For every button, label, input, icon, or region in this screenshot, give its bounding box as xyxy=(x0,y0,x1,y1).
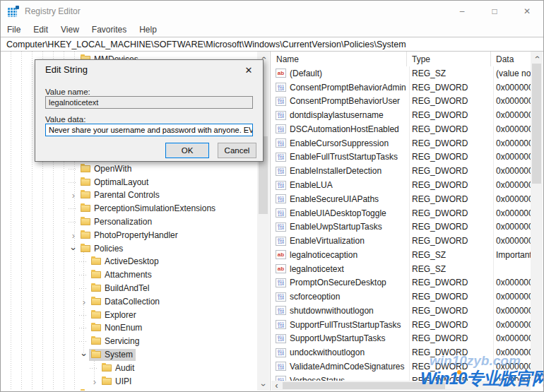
tree-node[interactable]: OptimalLayout xyxy=(78,177,151,189)
value-row-promptonsecuredesktop[interactable]: PromptOnSecureDesktopREG_DWORD0x000000 xyxy=(271,275,531,290)
value-type-cell: REG_DWORD xyxy=(407,236,491,246)
value-row-consentpromptbehavioruser[interactable]: ConsentPromptBehaviorUserREG_DWORD0x0000… xyxy=(271,95,531,109)
scroll-down-icon[interactable]: › xyxy=(257,379,269,390)
tree-item-nonenum[interactable]: NonEnum xyxy=(1,322,258,335)
value-type-cell: REG_DWORD xyxy=(407,180,491,190)
tree-node[interactable]: UIPI xyxy=(100,376,134,388)
value-type-cell: REG_DWORD xyxy=(407,194,491,204)
tree-node[interactable]: ActiveDesktop xyxy=(89,256,162,268)
folder-icon xyxy=(81,179,90,186)
tree-item-personalization[interactable]: Personalization xyxy=(1,215,258,229)
value-row-supportfulltruststartuptasks[interactable]: SupportFullTrustStartupTasksREG_DWORD0x0… xyxy=(271,318,531,332)
column-header-type[interactable]: Type xyxy=(407,52,491,66)
selected-tree-node[interactable]: System xyxy=(89,349,136,361)
value-row-enableuwpstartuptasks[interactable]: EnableUwpStartupTasksREG_DWORD0x000000 xyxy=(271,220,531,234)
menu-favorites[interactable]: Favorites xyxy=(85,23,133,36)
column-header-data[interactable]: Data xyxy=(491,52,531,66)
tree-connector-dash xyxy=(69,169,76,170)
chevron-down-icon[interactable]: › xyxy=(80,350,89,360)
tree-node[interactable]: PowerEfficiencyDiagnostics xyxy=(78,388,201,391)
value-name-cell: legalnoticetext xyxy=(271,264,407,274)
tree-connector-dash xyxy=(79,261,86,262)
menu-view[interactable]: View xyxy=(54,23,85,36)
value-row-consentpromptbehavioradmin[interactable]: ConsentPromptBehaviorAdminREG_DWORD0x000… xyxy=(271,81,531,95)
tree-item-explorer[interactable]: Explorer xyxy=(1,309,258,322)
menu-file[interactable]: File xyxy=(1,23,27,36)
value-row-enableinstallerdetection[interactable]: EnableInstallerDetectionREG_DWORD0x00000… xyxy=(271,164,531,178)
scroll-left-icon[interactable]: ‹ xyxy=(271,381,282,391)
minimize-button[interactable]: – xyxy=(446,1,478,22)
tree-node[interactable]: Attachments xyxy=(89,269,155,281)
tree-item-optimallayout[interactable]: OptimalLayout xyxy=(1,176,258,189)
tree-item-photopropertyhandler[interactable]: ›PhotoPropertyHandler xyxy=(1,229,258,242)
list-vertical-scrollbar[interactable]: › › xyxy=(531,52,543,381)
tree-node[interactable]: Policies xyxy=(78,243,126,255)
close-button[interactable]: ✕ xyxy=(511,1,543,22)
value-row-enablelua[interactable]: EnableLUAREG_DWORD0x000000 xyxy=(271,178,531,192)
value-data-field[interactable]: Never share your username and password w… xyxy=(45,124,253,136)
tree-item-powerefficiencydiagnostics[interactable]: PowerEfficiencyDiagnostics xyxy=(1,388,258,391)
tree-node[interactable]: OpenWith xyxy=(78,163,134,175)
tree-node[interactable]: NonEnum xyxy=(89,322,145,334)
chevron-down-icon[interactable]: › xyxy=(69,244,78,254)
value-name-text: legalnoticetext xyxy=(290,264,344,274)
tree-node[interactable]: Personalization xyxy=(78,216,155,228)
tree-node[interactable]: PerceptionSimulationExtensions xyxy=(78,203,218,215)
tree-node[interactable]: Audit xyxy=(100,362,137,374)
menu-help[interactable]: Help xyxy=(133,23,163,36)
reg-dword-binary-icon xyxy=(276,320,286,329)
tree-item-label: PowerEfficiencyDiagnostics xyxy=(94,389,198,391)
value-row--default-[interactable]: (Default)REG_SZ(value not xyxy=(271,66,531,81)
value-row-scforceoption[interactable]: scforceoptionREG_DWORD0x000000 xyxy=(271,290,531,304)
value-row-enableuiadesktoptoggle[interactable]: EnableUIADesktopToggleREG_DWORD0x000000 xyxy=(271,206,531,220)
tree-item-datacollection[interactable]: ›DataCollection xyxy=(1,295,258,309)
value-name-text: EnableUwpStartupTasks xyxy=(290,222,382,232)
tree-item-attachments[interactable]: Attachments xyxy=(1,268,258,282)
folder-icon xyxy=(81,218,90,225)
folder-icon xyxy=(81,205,90,212)
value-row-shutdownwithoutlogon[interactable]: shutdownwithoutlogonREG_DWORD0x000000 xyxy=(271,304,531,318)
value-row-enablecursorsuppression[interactable]: EnableCursorSuppressionREG_DWORD0x000000 xyxy=(271,136,531,150)
list-scrollbar-thumb[interactable] xyxy=(532,64,541,184)
tree-item-policies[interactable]: ›Policies xyxy=(1,242,258,256)
tree-item-audit[interactable]: Audit xyxy=(1,362,258,375)
tree-item-perceptionsimulationextensions[interactable]: PerceptionSimulationExtensions xyxy=(1,202,258,215)
tree-node[interactable]: Servicing xyxy=(89,335,142,348)
value-row-dscautomationhostenabled[interactable]: DSCAutomationHostEnabledREG_DWORD0x00000… xyxy=(271,122,531,136)
value-row-dontdisplaylastusername[interactable]: dontdisplaylastusernameREG_DWORD0x000000 xyxy=(271,108,531,122)
value-row-legalnoticecaption[interactable]: legalnoticecaptionREG_SZImportant xyxy=(271,248,531,262)
chevron-right-icon[interactable]: › xyxy=(90,377,100,386)
value-row-enablesecureuiapaths[interactable]: EnableSecureUIAPathsREG_DWORD0x000000 xyxy=(271,192,531,206)
tree-item-uipi[interactable]: ›UIPI xyxy=(1,375,258,388)
dialog-close-icon[interactable]: ✕ xyxy=(242,64,255,76)
menu-edit[interactable]: Edit xyxy=(27,23,54,36)
tree-item-activedesktop[interactable]: ActiveDesktop xyxy=(1,256,258,269)
folder-icon xyxy=(102,364,112,372)
ok-button[interactable]: OK xyxy=(165,143,209,158)
tree-item-parental-controls[interactable]: ›Parental Controls xyxy=(1,189,258,203)
tree-item-buildandtel[interactable]: BuildAndTel xyxy=(1,282,258,295)
chevron-right-icon[interactable]: › xyxy=(69,191,78,200)
tree-node[interactable]: DataCollection xyxy=(89,296,162,308)
tree-item-system[interactable]: ›System xyxy=(1,348,258,362)
cancel-button[interactable]: Cancel xyxy=(218,143,256,158)
tree-node[interactable]: Parental Controls xyxy=(78,189,162,201)
value-name-field[interactable]: legalnoticetext xyxy=(45,96,253,109)
scroll-up-icon[interactable]: › xyxy=(531,52,543,62)
tree-item-servicing[interactable]: Servicing xyxy=(1,335,258,348)
value-row-enablevirtualization[interactable]: EnableVirtualizationREG_DWORD0x000000 xyxy=(271,234,531,248)
tree-item-openwith[interactable]: OpenWith xyxy=(1,162,258,176)
column-header-name[interactable]: Name xyxy=(271,52,407,66)
value-row-supportuwpstartuptasks[interactable]: SupportUwpStartupTasksREG_DWORD0x000000 xyxy=(271,332,531,346)
tree-node[interactable]: Explorer xyxy=(89,309,139,321)
chevron-right-icon[interactable]: › xyxy=(69,231,78,240)
tree-node[interactable]: PhotoPropertyHandler xyxy=(78,230,181,242)
tree-node[interactable]: BuildAndTel xyxy=(89,283,152,295)
value-row-legalnoticetext[interactable]: legalnoticetextREG_SZ xyxy=(271,262,531,276)
chevron-right-icon[interactable]: › xyxy=(79,297,89,307)
value-data-cell: 0x000000 xyxy=(491,166,531,176)
maximize-button[interactable]: □ xyxy=(478,1,511,22)
folder-icon xyxy=(81,232,90,239)
address-bar[interactable]: Computer\HKEY_LOCAL_MACHINE\SOFTWARE\Mic… xyxy=(1,37,543,52)
value-row-enablefulltruststartuptasks[interactable]: EnableFullTrustStartupTasksREG_DWORD0x00… xyxy=(271,150,531,165)
